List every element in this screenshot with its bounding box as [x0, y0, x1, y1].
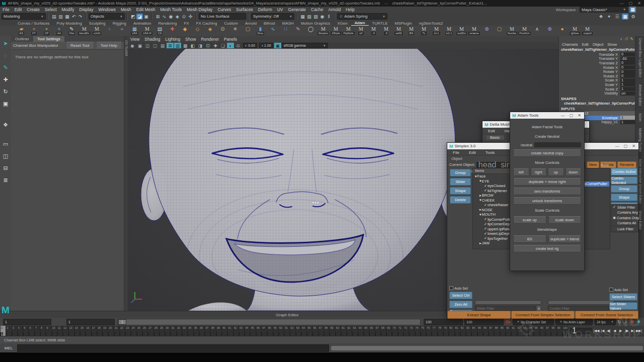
menu-mesh[interactable]: Mesh	[118, 7, 134, 12]
timeline-frame-59[interactable]: 59	[329, 326, 335, 336]
timeline-frame-46[interactable]: 46	[256, 326, 261, 336]
shape-node-name[interactable]: cheekRaiser_lidTightener_lipCornerPuller…	[559, 101, 635, 106]
lasso-icon[interactable]: ◯	[304, 26, 317, 36]
grid-icon[interactable]: ▣	[136, 43, 144, 48]
fold-icon[interactable]: ∧	[531, 26, 543, 36]
folder-icon[interactable]: ▰ES	[15, 26, 28, 36]
timeline-frame-15[interactable]: 15	[79, 326, 85, 336]
filter-option-contains-only[interactable]: ◉Contains Only	[611, 215, 638, 221]
viewport-menu-view[interactable]: View	[128, 37, 142, 42]
combo-selected-button[interactable]: Combo Selected	[611, 176, 637, 184]
color-management-icon[interactable]: ▣	[274, 43, 282, 48]
timeline-frame-2[interactable]: 2	[6, 326, 11, 336]
timeline-frame-27[interactable]: 27	[147, 326, 153, 336]
menu-windows[interactable]: Windows	[96, 7, 118, 12]
manipulator-edit-icon[interactable]: ✎	[630, 37, 633, 41]
points-icon[interactable]: ∷	[279, 26, 292, 36]
timeline-frame-55[interactable]: 55	[306, 326, 312, 336]
snap-to-point-icon[interactable]: ◉	[168, 14, 174, 20]
tree-item-lidtightener[interactable]: ✓lidTightener	[473, 189, 513, 194]
timeline-frame-70[interactable]: 70	[391, 326, 397, 336]
collapsed-arrow-icon[interactable]: ▸	[479, 194, 481, 198]
timeline-frame-82[interactable]: 82	[460, 326, 465, 336]
timeline-frame-77[interactable]: 77	[431, 326, 437, 336]
menu-generate[interactable]: Generate	[286, 7, 308, 12]
rotate-tool-icon[interactable]: ↻	[1, 87, 10, 96]
timeline-frame-63[interactable]: 63	[352, 326, 357, 336]
timeline-frame-3[interactable]: 3	[12, 326, 17, 336]
settings-gear-icon[interactable]: ⚙	[630, 14, 636, 20]
timeline-frame-58[interactable]: 58	[324, 326, 329, 336]
mel-script-icon[interactable]: MFlushUn	[518, 26, 531, 36]
maximize-button[interactable]: ▢	[629, 1, 633, 6]
mel-script-icon[interactable]: MFlipDefs	[342, 26, 355, 36]
timeline-frame-72[interactable]: 72	[403, 326, 409, 336]
close-button[interactable]: ✕	[637, 1, 641, 6]
timeline-frame-40[interactable]: 40	[221, 326, 227, 336]
auto-set-checkbox[interactable]: Auto Set	[449, 286, 472, 290]
slider-filter-input[interactable]	[475, 306, 536, 311]
timeline-frame-16[interactable]: 16	[85, 326, 91, 336]
timeline-frame-66[interactable]: 66	[369, 326, 374, 336]
modeling-toolkit-icon[interactable]: ❖	[598, 14, 604, 20]
shelf-tab-fx-caching[interactable]: FX Caching	[193, 21, 221, 26]
mel-script-icon[interactable]: M-X	[367, 26, 380, 36]
timeline-frame-79[interactable]: 79	[443, 326, 448, 336]
menu-edit[interactable]: Edit	[12, 7, 25, 12]
go-to-start-button[interactable]: |◀◀	[594, 327, 600, 334]
sphere-grid-icon[interactable]: ⊕	[543, 26, 556, 36]
maximize-button[interactable]: ▢	[570, 113, 574, 118]
set-slider-values-button[interactable]: Set Slider Values	[609, 302, 637, 310]
side-tab-xgen[interactable]: XGen	[638, 113, 642, 122]
shelf-tab-turtle[interactable]: TURTLE	[369, 21, 391, 26]
group-button[interactable]: Group	[450, 169, 471, 176]
timeline-frame-50[interactable]: 50	[278, 326, 284, 336]
timeline-frame-38[interactable]: 38	[210, 326, 215, 336]
make-live-icon[interactable]: ✣	[187, 14, 194, 20]
duplicate-move-right-button[interactable]: duplicate + move right	[513, 178, 581, 186]
mel-script-icon[interactable]: Mlvl-1	[430, 26, 443, 36]
connect-from-scene-selection-button[interactable]: Connect From Scene Selection	[575, 311, 638, 319]
timeline-frame-100[interactable]: 100	[562, 326, 568, 336]
shelf-tab-curves-surfaces[interactable]: Curves / Surfaces	[14, 21, 53, 26]
filter-option-contains-any[interactable]: Contains Any	[611, 210, 638, 216]
timeline-frame-28[interactable]: 28	[153, 326, 159, 336]
timeline-frame-78[interactable]: 78	[437, 326, 443, 336]
mel-script-icon[interactable]: MssN0	[392, 26, 405, 36]
adam-tools-title-bar[interactable]: M Adam Tools — ▢ ✕	[510, 112, 584, 119]
audio-icon[interactable]: ♪	[622, 319, 629, 325]
panel-layout-icon[interactable]: ▦	[622, 14, 628, 20]
mel-script-icon[interactable]: MBS	[405, 26, 418, 36]
timeline-frame-52[interactable]: 52	[289, 326, 295, 336]
timeline-frame-98[interactable]: 98	[550, 326, 556, 336]
shelf-tab-mash[interactable]: MASH	[279, 21, 297, 26]
tool-help-button[interactable]: Tool Help	[96, 42, 122, 49]
viewport-menu-renderer[interactable]: Renderer	[199, 37, 221, 42]
grab-icon[interactable]: ▢	[493, 26, 506, 36]
locator-icon[interactable]: ⊙	[216, 26, 229, 36]
timeline-frame-23[interactable]: 23	[125, 326, 130, 336]
shelf-tab-rendering[interactable]: Rendering	[154, 21, 180, 26]
timeline-frame-47[interactable]: 47	[261, 326, 267, 336]
timeline-frame-43[interactable]: 43	[238, 326, 244, 336]
timeline-frame-18[interactable]: 18	[97, 326, 102, 336]
joint-tool-icon[interactable]: ⌖AA	[53, 26, 65, 36]
timeline-frame-67[interactable]: 67	[375, 326, 380, 336]
timeline-frame-94[interactable]: 94	[528, 326, 533, 336]
extract-shape-button[interactable]: Extract Shape	[447, 311, 511, 319]
redo-icon[interactable]: ↷	[77, 14, 84, 20]
tree-item-cheek[interactable]: ▾CHEEK	[473, 198, 513, 203]
menu-help[interactable]: Help	[343, 7, 357, 12]
play-backwards-button[interactable]: ◀	[612, 327, 617, 334]
live-surface-select[interactable]: No Live Surface	[199, 13, 246, 20]
timeline-frame-44[interactable]: 44	[244, 326, 250, 336]
timeline-frame-68[interactable]: 68	[380, 326, 386, 336]
mel-script-icon[interactable]: MATools	[330, 26, 342, 36]
collapsed-arrow-icon[interactable]: ▸	[479, 208, 481, 212]
timeline-frame-8[interactable]: 8	[40, 326, 45, 336]
tree-item-face[interactable]: ▾Face	[473, 174, 513, 179]
channel-box-menu-edit[interactable]: Edit	[582, 42, 589, 47]
menu-curves[interactable]: Curves	[215, 7, 233, 12]
menu-mesh-tools[interactable]: Mesh Tools	[158, 7, 185, 12]
close-button[interactable]: ✕	[578, 113, 581, 118]
